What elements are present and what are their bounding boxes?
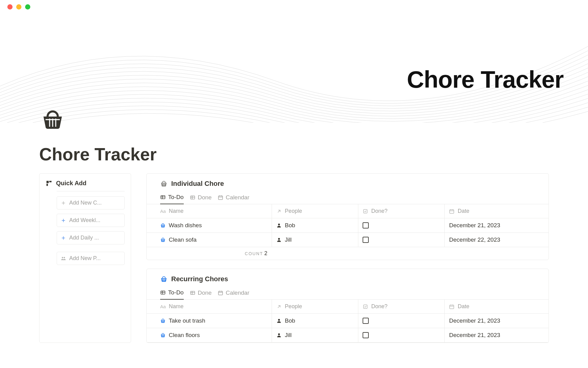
cell-done[interactable] (358, 218, 445, 232)
plus-icon (61, 235, 66, 241)
shapes-icon (46, 180, 52, 187)
add-weekly-button[interactable]: Add Weekl... (57, 214, 125, 227)
table-header-row: AaName People Done? Date (147, 204, 548, 218)
individual-chore-database: Individual Chore To-Do Done Calendar (146, 173, 549, 260)
cell-name[interactable]: Clean floors (147, 328, 272, 342)
col-done[interactable]: Done? (358, 204, 445, 218)
cell-date[interactable]: December 22, 2023 (445, 233, 548, 247)
person-icon (276, 223, 282, 228)
person-icon (276, 318, 282, 324)
col-people[interactable]: People (272, 300, 358, 313)
tab-todo[interactable]: To-Do (160, 289, 184, 300)
tab-done[interactable]: Done (190, 194, 212, 204)
checkbox[interactable] (363, 237, 369, 243)
cover-title: Chore Tracker (407, 66, 564, 94)
table-icon (190, 290, 195, 296)
cell-date[interactable]: December 21, 2023 (445, 328, 548, 342)
table-footer: COUNT2 (147, 247, 548, 260)
database-title[interactable]: Recurring Chores (171, 275, 228, 283)
tab-label: Done (198, 194, 212, 201)
window-titlebar (0, 0, 588, 13)
page-cover: Chore Tracker (0, 13, 588, 123)
basket-icon (160, 275, 168, 283)
cell-people[interactable]: Jill (272, 328, 358, 342)
add-new-person-button[interactable]: Add New P... (57, 252, 125, 265)
arrow-icon (276, 209, 282, 214)
database-title[interactable]: Individual Chore (171, 180, 224, 188)
window-maximize-button[interactable] (25, 4, 30, 10)
col-people[interactable]: People (272, 204, 358, 218)
table-header-row: AaName People Done? Date (147, 300, 548, 314)
button-label: Add New P... (69, 255, 101, 262)
tab-calendar[interactable]: Calendar (218, 194, 249, 204)
arrow-icon (276, 304, 282, 309)
calendar-icon (218, 195, 223, 200)
col-date[interactable]: Date (445, 204, 548, 218)
tab-label: To-Do (168, 194, 184, 201)
col-done[interactable]: Done? (358, 300, 445, 313)
tab-label: Done (198, 289, 212, 296)
basket-icon (160, 180, 168, 187)
col-date[interactable]: Date (445, 300, 548, 313)
calendar-icon (449, 304, 454, 309)
cell-date[interactable]: December 21, 2023 (445, 314, 548, 328)
table-icon (160, 290, 166, 295)
divider (57, 191, 125, 191)
add-new-chore-button[interactable]: Add New C... (57, 196, 125, 209)
page-icon[interactable] (40, 107, 65, 133)
basket-icon (160, 318, 166, 324)
people-icon (61, 256, 66, 261)
checkbox-icon (363, 209, 368, 214)
quick-add-panel: Quick Add Add New C... Add Weekl... Add … (39, 173, 131, 343)
table-row[interactable]: Clean floors Jill December 21, 2023 (147, 328, 548, 343)
cell-name[interactable]: Clean sofa (147, 233, 272, 247)
page-title[interactable]: Chore Tracker (39, 144, 156, 164)
cell-people[interactable]: Bob (272, 314, 358, 328)
basket-icon (160, 332, 166, 338)
tab-calendar[interactable]: Calendar (218, 289, 249, 299)
table-row[interactable]: Take out trash Bob December 21, 2023 (147, 314, 548, 328)
basket-icon (160, 223, 166, 228)
cell-name[interactable]: Take out trash (147, 314, 272, 328)
col-name[interactable]: AaName (147, 204, 272, 218)
person-icon (276, 332, 282, 338)
plus-icon (61, 200, 66, 206)
cell-people[interactable]: Bob (272, 218, 358, 232)
button-label: Add Weekl... (69, 217, 100, 224)
table-icon (160, 194, 166, 200)
table-icon (190, 195, 195, 200)
basket-icon (160, 237, 166, 243)
plus-icon (61, 218, 66, 223)
table-row[interactable]: Clean sofa Jill December 22, 2023 (147, 233, 548, 247)
checkbox[interactable] (363, 318, 369, 324)
calendar-icon (449, 209, 454, 214)
cell-done[interactable] (358, 233, 445, 247)
checkbox[interactable] (363, 222, 369, 228)
tab-done[interactable]: Done (190, 289, 212, 299)
button-label: Add Daily ... (69, 235, 99, 241)
tab-label: Calendar (226, 289, 249, 296)
quick-add-title: Quick Add (56, 180, 86, 187)
count-cell[interactable]: COUNT2 (147, 247, 272, 260)
window-close-button[interactable] (7, 4, 13, 10)
cell-done[interactable] (358, 314, 445, 328)
person-icon (276, 237, 282, 243)
calendar-icon (218, 290, 223, 296)
checkbox-icon (363, 304, 368, 309)
tab-todo[interactable]: To-Do (160, 194, 184, 204)
window-minimize-button[interactable] (16, 4, 21, 10)
quick-add-header: Quick Add (46, 180, 125, 187)
col-name[interactable]: AaName (147, 300, 272, 313)
cell-done[interactable] (358, 328, 445, 342)
recurring-chores-database: Recurring Chores To-Do Done Calendar (146, 269, 549, 343)
cell-people[interactable]: Jill (272, 233, 358, 247)
add-daily-button[interactable]: Add Daily ... (57, 231, 125, 244)
tab-label: To-Do (168, 289, 184, 296)
checkbox[interactable] (363, 332, 369, 338)
cell-name[interactable]: Wash dishes (147, 218, 272, 232)
button-label: Add New C... (69, 200, 102, 206)
table-row[interactable]: Wash dishes Bob December 21, 2023 (147, 218, 548, 233)
tab-label: Calendar (226, 194, 249, 201)
cell-date[interactable]: December 21, 2023 (445, 218, 548, 232)
